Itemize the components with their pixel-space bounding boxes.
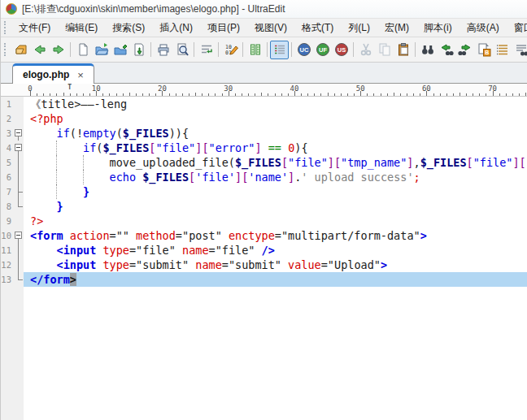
print-icon[interactable] <box>154 41 172 59</box>
menu-item-v[interactable]: 视图(V) <box>247 19 294 37</box>
menu-item-l[interactable]: 列(L) <box>341 19 377 37</box>
code-text[interactable]: <?php <box>24 111 527 126</box>
ruler-tick <box>486 93 486 96</box>
open-ftp-icon[interactable] <box>11 41 30 59</box>
copy-icon[interactable] <box>375 41 394 59</box>
code-text[interactable]: if($_FILES["file"]["error"] == 0){ <box>24 141 527 155</box>
close-folder-icon[interactable] <box>111 41 129 59</box>
find-in-files-icon[interactable] <box>512 41 527 59</box>
paste-icon[interactable] <box>394 41 412 59</box>
ruler-tick <box>512 93 513 96</box>
code-line-8: 8 } <box>1 199 527 214</box>
token-pln <box>30 127 57 140</box>
fold-mark <box>15 144 22 151</box>
menu-item-p[interactable]: 项目(P) <box>200 19 247 37</box>
code-text[interactable]: move_uploaded_file($_FILES["file"]["tmp_… <box>24 155 527 170</box>
fold-mark <box>18 279 23 280</box>
token-pln: " <box>169 244 182 257</box>
fold-margin <box>14 111 24 126</box>
fold-collapse-button[interactable] <box>14 228 24 243</box>
word-wrap-icon[interactable] <box>197 41 216 59</box>
code-text[interactable]: <form action="" method="post" enctype="m… <box>24 228 527 243</box>
ruler-tick <box>459 93 460 96</box>
code-text[interactable]: </form> <box>24 272 527 287</box>
tab-close-icon[interactable]: × <box>77 70 84 80</box>
fold-margin <box>14 170 24 184</box>
token-php: <?php <box>30 112 63 125</box>
menu-item-t[interactable]: 格式(T) <box>294 19 341 37</box>
menu-item-i[interactable]: 脚本(i) <box>416 19 459 37</box>
find-next-icon[interactable] <box>455 41 474 59</box>
token-kw: if <box>83 141 96 154</box>
find-icon[interactable] <box>418 41 437 59</box>
code-text[interactable]: 《title>——-leng <box>24 97 527 111</box>
menu-item-a[interactable]: 高级(A) <box>459 19 507 37</box>
menu-item-m[interactable]: 宏(M) <box>377 19 416 37</box>
indent-guide <box>83 155 84 170</box>
svg-text:US: US <box>337 46 345 54</box>
token-pln <box>136 171 142 184</box>
menu-item-e[interactable]: 编辑(E) <box>58 19 105 37</box>
line-number: 13 <box>1 272 14 287</box>
code-text[interactable]: } <box>24 199 527 214</box>
save-icon[interactable] <box>129 41 148 59</box>
token-pln: =" <box>209 244 222 257</box>
token-tagb: } <box>83 185 89 198</box>
ruler-tick <box>373 93 374 96</box>
toolbar-grip[interactable] <box>4 43 8 56</box>
bookmark-icon[interactable]: B <box>474 41 493 59</box>
toolbar-separator <box>242 42 243 57</box>
find-prev-icon[interactable] <box>437 41 455 59</box>
code-text[interactable]: ?> <box>24 214 527 228</box>
fold-mark <box>18 272 19 279</box>
line-number: 2 <box>1 111 14 126</box>
toolbar-separator <box>415 42 416 57</box>
code-text[interactable]: <input type="file" name="file" /> <box>24 243 527 258</box>
token-str: "file" <box>473 156 513 169</box>
ultraftp-icon[interactable]: UF <box>313 41 332 59</box>
ruler-tick <box>288 93 289 96</box>
forward-icon[interactable] <box>49 41 68 59</box>
fold-mark <box>18 206 23 207</box>
menubar-grip[interactable] <box>4 21 8 34</box>
code-text[interactable]: if(!empty($_FILES)){ <box>24 126 527 141</box>
code-editor[interactable]: 1《title>——-leng2<?php3 if(!empty($_FILES… <box>1 97 527 420</box>
ruler-tick <box>37 93 37 96</box>
token-pln: =" <box>275 229 288 242</box>
ruler-tick <box>314 93 315 96</box>
ultraedit-window: [E:\排查\cdguoxin\skin\member\images\elogo… <box>0 0 527 420</box>
tab-elogo-php[interactable]: elogo.php × <box>12 63 94 84</box>
menu-item-n[interactable]: 插入(N) <box>152 19 200 37</box>
ruler-tick <box>354 93 355 96</box>
open-folder-icon[interactable] <box>92 41 111 59</box>
back-icon[interactable] <box>30 41 49 59</box>
ultracompare-icon[interactable]: UC <box>294 41 313 59</box>
print-preview-icon[interactable] <box>172 41 191 59</box>
cut-icon[interactable] <box>356 41 375 59</box>
token-attr: value <box>288 258 321 271</box>
ruler-tick <box>268 93 268 96</box>
fold-collapse-button[interactable] <box>14 126 24 141</box>
fold-collapse-button[interactable] <box>14 141 24 155</box>
menu-item-s[interactable]: 搜索(S) <box>105 19 152 37</box>
line-numbers-icon[interactable] <box>270 41 289 59</box>
code-line-11: 11 <input type="file" name="file" /> <box>1 243 527 258</box>
new-file-icon[interactable] <box>73 41 92 59</box>
ruler-tick <box>189 93 189 96</box>
ultrasentry-icon[interactable]: US <box>332 41 351 59</box>
token-tagb: /> <box>262 244 275 257</box>
menu-item-w[interactable]: 窗口(W) <box>507 19 527 37</box>
code-text[interactable]: <input type="submit" name="submit" value… <box>24 258 527 272</box>
code-text[interactable]: } <box>24 184 527 199</box>
hex-edit-icon[interactable]: 1001 <box>221 41 240 59</box>
column-mode-icon[interactable] <box>246 41 264 59</box>
menu-item-f[interactable]: 文件(F) <box>11 19 58 37</box>
code-text[interactable]: echo $_FILES['file']['name'].' upload su… <box>24 170 527 184</box>
ruler-tick <box>136 93 137 96</box>
ruler-tick <box>334 93 335 96</box>
column-ruler: 010203040506070T <box>1 84 527 97</box>
ruler-tick <box>222 93 223 96</box>
token-tagb: <input <box>57 258 97 271</box>
function-list-icon[interactable] <box>493 41 512 59</box>
token-attr: action <box>70 229 110 242</box>
